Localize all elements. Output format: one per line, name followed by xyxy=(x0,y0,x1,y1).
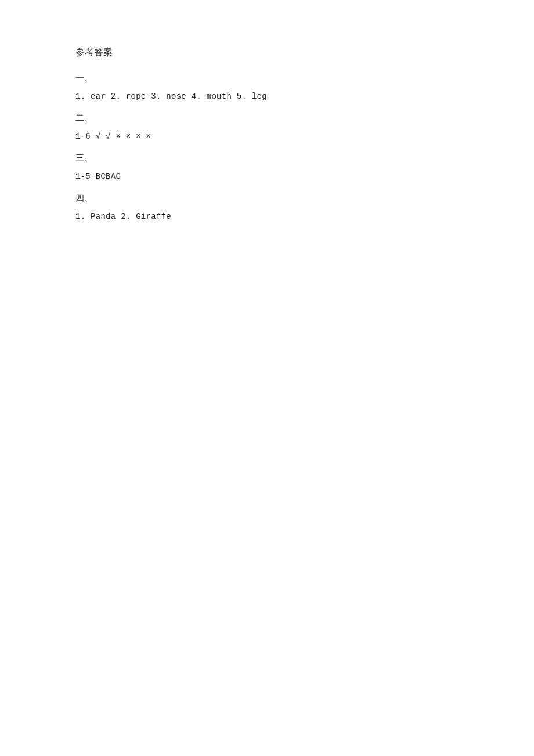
section-er: 二、 1-6 √ √ × × × × xyxy=(75,113,459,141)
section-yi: 一、 1. ear 2. rope 3. nose 4. mouth 5. le… xyxy=(75,73,459,101)
page-title: 参考答案 xyxy=(75,46,459,59)
section-er-content: 1-6 √ √ × × × × xyxy=(75,132,459,141)
section-si-content: 1. Panda 2. Giraffe xyxy=(75,212,459,221)
section-er-heading: 二、 xyxy=(75,113,459,124)
section-san: 三、 1-5 BCBAC xyxy=(75,153,459,181)
section-yi-heading: 一、 xyxy=(75,73,459,84)
section-san-content: 1-5 BCBAC xyxy=(75,172,459,181)
section-san-heading: 三、 xyxy=(75,153,459,164)
page-container: 参考答案 一、 1. ear 2. rope 3. nose 4. mouth … xyxy=(0,0,534,279)
section-yi-content: 1. ear 2. rope 3. nose 4. mouth 5. leg xyxy=(75,92,459,101)
section-si: 四、 1. Panda 2. Giraffe xyxy=(75,193,459,221)
section-si-heading: 四、 xyxy=(75,193,459,204)
